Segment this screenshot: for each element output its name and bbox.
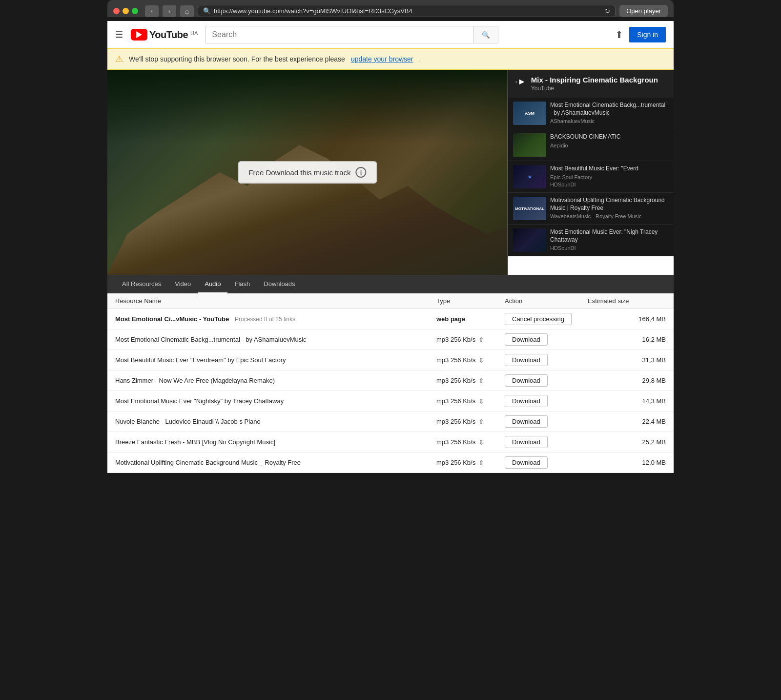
tab-video[interactable]: Video [168, 275, 198, 293]
playlist-item[interactable]: Most Emotional Music Ever: "Nigh Tracey … [508, 225, 674, 256]
row-size: 12,0 MB [588, 459, 666, 466]
download-button[interactable]: Download [505, 436, 548, 448]
row-size: 31,3 MB [588, 356, 666, 364]
playlist-title: Mix - Inspiring Cinematic Backgroun [531, 76, 658, 84]
row-name: Hans Zimmer - Now We Are Free (Magdelayn… [115, 377, 436, 384]
close-traffic-light[interactable] [113, 8, 120, 14]
info-icon[interactable]: i [356, 167, 367, 178]
free-download-badge[interactable]: Free Download this music track i [238, 161, 377, 184]
forward-button[interactable]: › [163, 5, 176, 17]
row-action: Download [505, 354, 588, 366]
sort-icon[interactable]: ⇕ [478, 336, 484, 344]
thumb-nightsky [513, 228, 546, 252]
table-row: Nuvole Bianche - Ludovico Einaudi \\ Jac… [107, 412, 674, 432]
tab-all-resources[interactable]: All Resources [115, 275, 168, 293]
processed-text: Processed 8 of 25 links [235, 316, 295, 323]
playlist-item-title: Most Emotional Cinematic Backg...trument… [550, 102, 669, 117]
update-browser-link[interactable]: update your browser [351, 55, 413, 63]
playlist-subtitle: YouTube [531, 85, 658, 92]
playlist-item-title: Most Beautiful Music Ever: "Everd [550, 165, 669, 173]
cancel-processing-button[interactable]: Cancel processing [505, 313, 572, 325]
row-name: Breeze Fantastic Fresh - MBB [Vlog No Co… [115, 438, 436, 446]
video-thumbnail: Free Download this music track i [107, 70, 508, 275]
sort-icon[interactable]: ⇕ [478, 438, 484, 446]
row-type: mp3 256 Kb/s ⇕ [436, 397, 505, 405]
dm-tabs: All Resources Video Audio Flash Download… [107, 275, 674, 293]
playlist-item[interactable]: MOTIVATIONAL Motivational Uplifting Cine… [508, 193, 674, 225]
tab-downloads[interactable]: Downloads [257, 275, 302, 293]
row-type: mp3 256 Kb/s ⇕ [436, 418, 505, 426]
refresh-icon[interactable]: ↻ [605, 7, 610, 15]
minimize-traffic-light[interactable] [123, 8, 129, 14]
sort-icon[interactable]: ⇕ [478, 397, 484, 405]
content-area: Free Download this music track i ·► Mix … [107, 70, 674, 275]
row-size: 16,2 MB [588, 336, 666, 343]
download-button[interactable]: Download [505, 395, 548, 407]
row-size: 29,8 MB [588, 377, 666, 384]
tab-audio[interactable]: Audio [198, 275, 227, 293]
playlist-item[interactable]: ★ Most Beautiful Music Ever: "Everd Epic… [508, 161, 674, 193]
thumb-motivational: MOTIVATIONAL [513, 197, 546, 220]
playlist-thumb: ★ [513, 165, 546, 188]
row-size: 166,4 MB [588, 315, 666, 323]
row-size: 22,4 MB [588, 418, 666, 425]
menu-icon[interactable]: ☰ [115, 29, 123, 40]
youtube-logo[interactable]: YouTube UA [131, 29, 198, 41]
back-button[interactable]: ‹ [145, 5, 159, 17]
sort-icon[interactable]: ⇕ [478, 418, 484, 426]
fullscreen-traffic-light[interactable] [132, 8, 138, 14]
upload-icon[interactable]: ⬆ [615, 29, 623, 41]
open-player-button[interactable]: Open player [619, 5, 668, 17]
header-action: Action [505, 297, 588, 305]
playlist-item-info: Motivational Uplifting Cinematic Backgro… [550, 197, 669, 220]
browser-titlebar: ‹ › ⌂ 🔍 https://www.youtube.com/watch?v=… [113, 5, 668, 17]
row-action: Download [505, 456, 588, 469]
thumb-backsound [513, 133, 546, 157]
home-button[interactable]: ⌂ [180, 5, 194, 17]
signin-button[interactable]: Sign in [629, 27, 666, 42]
row-name: Most Emotional Music Ever "Nightsky" by … [115, 397, 436, 405]
row-type: mp3 256 Kb/s ⇕ [436, 459, 505, 467]
row-action: Download [505, 415, 588, 428]
playlist-item-subchannel: HDSounDI [550, 182, 669, 187]
free-download-text: Free Download this music track [248, 168, 350, 177]
lock-icon: 🔍 [203, 7, 211, 15]
sort-icon[interactable]: ⇕ [478, 377, 484, 385]
playlist-item-info: BACKSOUND CINEMATIC Aepidio [550, 133, 669, 157]
row-action: Download [505, 374, 588, 387]
row-action: Download [505, 436, 588, 448]
download-button[interactable]: Download [505, 374, 548, 387]
playlist-thumb: ASM [513, 102, 546, 125]
table-row: Motivational Uplifting Cinematic Backgro… [107, 453, 674, 473]
playlist-item-info: Most Emotional Cinematic Backg...trument… [550, 102, 669, 125]
playlist-item-title: BACKSOUND CINEMATIC [550, 133, 669, 141]
search-input[interactable] [206, 26, 473, 43]
playlist-item[interactable]: ASM Most Emotional Cinematic Backg...tru… [508, 98, 674, 129]
address-bar[interactable]: 🔍 https://www.youtube.com/watch?v=goMlSW… [198, 5, 616, 17]
playlist-radio-icon: ·► [515, 77, 526, 87]
search-bar[interactable]: 🔍 [206, 26, 498, 43]
download-button[interactable]: Download [505, 354, 548, 366]
tab-flash[interactable]: Flash [227, 275, 257, 293]
download-button[interactable]: Download [505, 333, 548, 346]
playlist-item[interactable]: BACKSOUND CINEMATIC Aepidio [508, 129, 674, 161]
sort-icon[interactable]: ⇕ [478, 356, 484, 364]
search-button[interactable]: 🔍 [473, 26, 498, 43]
playlist-item-channel: HDSounDI [550, 245, 669, 251]
download-button[interactable]: Download [505, 415, 548, 428]
browser-chrome: ‹ › ⌂ 🔍 https://www.youtube.com/watch?v=… [107, 0, 674, 17]
row-name: Nuvole Bianche - Ludovico Einaudi \\ Jac… [115, 418, 436, 425]
header-type: Type [436, 297, 505, 305]
table-row: Breeze Fantastic Fresh - MBB [Vlog No Co… [107, 432, 674, 453]
row-action: Download [505, 395, 588, 407]
video-player[interactable]: Free Download this music track i [107, 70, 508, 275]
download-button[interactable]: Download [505, 456, 548, 469]
table-row: Most Emotional Music Ever "Nightsky" by … [107, 391, 674, 412]
playlist-item-channel: Epic Soul Factory [550, 174, 669, 180]
download-manager: All Resources Video Audio Flash Download… [107, 275, 674, 473]
warning-text: We'll stop supporting this browser soon.… [129, 55, 345, 63]
sort-icon[interactable]: ⇕ [478, 459, 484, 467]
youtube-logo-ua: UA [190, 30, 198, 36]
row-name: Most Emotional Cinematic Backg...trument… [115, 336, 436, 343]
row-size: 14,3 MB [588, 397, 666, 405]
